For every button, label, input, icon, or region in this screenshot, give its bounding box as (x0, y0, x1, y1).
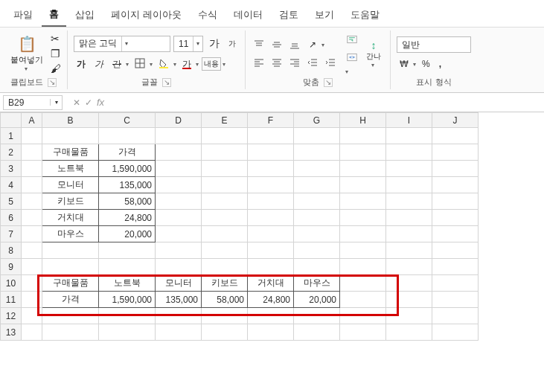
column-header[interactable]: E (202, 113, 248, 128)
cell[interactable] (202, 193, 248, 210)
indent-decrease-button[interactable] (305, 56, 320, 69)
cell[interactable] (340, 210, 386, 226)
menu-item-8[interactable]: 도움말 (343, 4, 387, 26)
cell[interactable] (248, 226, 294, 242)
dialog-launcher-icon[interactable]: ↘ (162, 78, 171, 87)
row-header[interactable]: 5 (1, 193, 22, 210)
number-format-combo[interactable]: 일반 (397, 36, 471, 53)
cell[interactable]: 키보드 (202, 275, 248, 292)
column-header[interactable]: J (432, 113, 479, 128)
cell[interactable] (386, 308, 432, 324)
row-header[interactable]: 1 (1, 128, 22, 144)
cell[interactable] (22, 275, 42, 292)
cell[interactable] (22, 128, 42, 144)
cell[interactable] (386, 177, 432, 193)
chevron-down-icon[interactable]: ▾ (321, 42, 324, 48)
cell[interactable] (202, 210, 248, 226)
cell[interactable] (386, 226, 432, 242)
column-header[interactable]: I (386, 113, 432, 128)
cell[interactable] (156, 324, 202, 341)
cell[interactable] (22, 210, 42, 226)
cell[interactable] (156, 226, 202, 242)
percent-button[interactable]: % (419, 57, 433, 71)
cell[interactable] (340, 292, 386, 308)
row-header[interactable]: 8 (1, 242, 22, 259)
cell[interactable] (99, 324, 156, 341)
chevron-down-icon[interactable]: ▾ (126, 61, 129, 68)
cell[interactable] (202, 128, 248, 144)
cell[interactable] (432, 292, 479, 308)
cell[interactable]: 노트북 (99, 275, 156, 292)
cell[interactable] (386, 144, 432, 161)
row-header[interactable]: 6 (1, 210, 22, 226)
cell[interactable] (156, 259, 202, 275)
cell[interactable] (156, 210, 202, 226)
cell[interactable] (340, 128, 386, 144)
column-header[interactable]: H (340, 113, 386, 128)
cell[interactable]: 노트북 (42, 161, 99, 177)
cell[interactable] (202, 242, 248, 259)
cell[interactable] (432, 144, 479, 161)
cell[interactable] (340, 161, 386, 177)
menu-item-5[interactable]: 데이터 (226, 4, 270, 26)
column-header[interactable]: D (156, 113, 202, 128)
select-all-corner[interactable] (1, 113, 22, 128)
cell[interactable]: 구매물품 (42, 275, 99, 292)
cell[interactable]: 모니터 (42, 177, 99, 193)
align-left-button[interactable] (252, 56, 266, 69)
row-header[interactable]: 7 (1, 226, 22, 242)
cell[interactable] (340, 226, 386, 242)
menu-item-1[interactable]: 홈 (42, 3, 66, 27)
cell[interactable]: 58,000 (202, 292, 248, 308)
cell[interactable] (248, 144, 294, 161)
column-header[interactable]: A (22, 113, 42, 128)
cell[interactable] (42, 128, 99, 144)
font-size-combo[interactable]: 11 ▾ (173, 36, 203, 52)
shrink-font-button[interactable]: 가 (225, 37, 239, 51)
cell[interactable] (432, 275, 479, 292)
cell[interactable] (202, 177, 248, 193)
cell[interactable] (248, 128, 294, 144)
align-bottom-button[interactable] (287, 38, 302, 51)
cell[interactable] (248, 259, 294, 275)
cell[interactable] (340, 308, 386, 324)
chevron-down-icon[interactable]: ▾ (196, 61, 199, 68)
cell[interactable] (432, 242, 479, 259)
cell[interactable] (294, 324, 340, 341)
sort-button[interactable]: ↕ 간나 ▾ (363, 36, 384, 71)
cell[interactable] (340, 324, 386, 341)
cell[interactable] (432, 324, 479, 341)
chevron-down-icon[interactable]: ▾ (223, 61, 225, 68)
cell[interactable] (386, 193, 432, 210)
orientation-button[interactable]: ↗ (305, 38, 320, 51)
cell[interactable]: 거치대 (248, 275, 294, 292)
cell[interactable] (294, 226, 340, 242)
cell[interactable] (294, 128, 340, 144)
cell[interactable] (42, 324, 99, 341)
cell[interactable] (202, 144, 248, 161)
cell[interactable] (340, 144, 386, 161)
cell[interactable] (248, 161, 294, 177)
cell[interactable] (202, 308, 248, 324)
menu-item-7[interactable]: 보기 (307, 4, 342, 26)
cell[interactable] (386, 292, 432, 308)
cell[interactable] (386, 210, 432, 226)
cell[interactable] (386, 128, 432, 144)
cell[interactable] (432, 128, 479, 144)
cell[interactable] (386, 259, 432, 275)
chevron-down-icon[interactable]: ▾ (345, 68, 357, 75)
cell[interactable] (294, 144, 340, 161)
cell[interactable] (202, 161, 248, 177)
cell[interactable] (248, 324, 294, 341)
row-header[interactable]: 9 (1, 259, 22, 275)
cell[interactable] (294, 259, 340, 275)
column-header[interactable]: F (248, 113, 294, 128)
cell[interactable] (156, 177, 202, 193)
phonetic-button[interactable]: 내용 (202, 57, 221, 71)
cell[interactable]: 58,000 (99, 193, 156, 210)
cell[interactable] (22, 193, 42, 210)
indent-increase-button[interactable] (323, 56, 338, 69)
grow-font-button[interactable]: 가 (206, 36, 223, 52)
cell[interactable]: 가격 (42, 292, 99, 308)
cell[interactable] (432, 210, 479, 226)
